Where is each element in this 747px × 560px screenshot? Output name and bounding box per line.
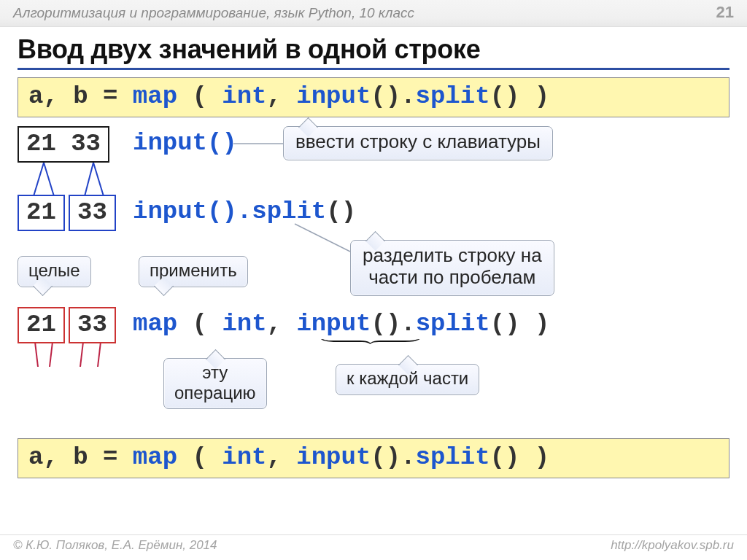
label-apply: применить xyxy=(139,256,248,287)
code-bottom-kw-int: int xyxy=(222,443,266,471)
code-bottom-mid1: ( xyxy=(177,443,222,471)
box-map-b: 33 xyxy=(69,307,116,343)
slide-footer: © К.Ю. Поляков, Е.А. Ерёмин, 2014 http:/… xyxy=(0,534,747,560)
slide-title: Ввод двух значений в одной строке xyxy=(18,34,729,70)
callout-input-desc: ввести строку с клавиатуры xyxy=(283,126,553,160)
code-bottom-suffix: () ) xyxy=(490,443,550,471)
box-split-a: 21 xyxy=(18,195,65,231)
box-input-raw: 21 33 xyxy=(18,126,109,163)
code-top-prefix: a, b = xyxy=(28,82,133,110)
code-bottom-kw-split: split xyxy=(416,443,490,471)
slide-content: Ввод двух значений в одной строке a, b =… xyxy=(0,27,747,479)
label-to-each: к каждой части xyxy=(336,364,479,395)
label-this-op: эту операцию xyxy=(163,358,267,409)
code-top-kw-input: input xyxy=(296,82,371,110)
footer-copyright: © К.Ю. Поляков, Е.А. Ерёмин, 2014 xyxy=(13,538,217,553)
svg-line-3 xyxy=(85,163,93,196)
box-map-a: 21 xyxy=(18,307,65,343)
code-top-kw-split: split xyxy=(416,82,490,110)
connector-lines xyxy=(18,126,729,479)
slide-header: Алгоритмизация и программирование, язык … xyxy=(0,0,747,27)
code-split-call: input().split() xyxy=(133,198,356,225)
callout-split-desc: разделить строку на части по пробелам xyxy=(350,240,554,296)
svg-line-4 xyxy=(93,163,104,196)
footer-url: http://kpolyakov.spb.ru xyxy=(611,538,734,553)
code-bottom-prefix: a, b = xyxy=(28,443,133,471)
box-split-b: 33 xyxy=(69,195,116,231)
underbrace-icon: ︸ xyxy=(318,343,362,361)
svg-line-2 xyxy=(44,163,54,196)
code-bottom: a, b = map ( int, input().split() ) xyxy=(18,438,729,478)
code-top-kw-map: map xyxy=(133,82,177,110)
code-bottom-mid3: (). xyxy=(371,443,415,471)
label-integers: целые xyxy=(18,256,91,287)
diagram-area: 21 33 input() ввести строку с клавиатуры… xyxy=(18,126,729,479)
code-bottom-kw-map: map xyxy=(133,443,177,471)
svg-line-9 xyxy=(98,342,101,367)
svg-line-8 xyxy=(80,342,83,367)
code-top: a, b = map ( int, input().split() ) xyxy=(18,77,729,117)
code-bottom-kw-input: input xyxy=(296,443,371,471)
code-top-mid3: (). xyxy=(371,82,415,110)
page-number: 21 xyxy=(716,3,734,22)
svg-line-7 xyxy=(50,342,53,367)
header-subject: Алгоритмизация и программирование, язык … xyxy=(13,5,414,21)
code-input-call: input() xyxy=(133,129,237,157)
code-top-suffix: () ) xyxy=(490,82,550,110)
svg-line-6 xyxy=(35,342,38,367)
code-top-mid2: , xyxy=(266,82,296,110)
code-top-mid1: ( xyxy=(177,82,222,110)
svg-line-1 xyxy=(34,163,44,196)
code-top-kw-int: int xyxy=(222,82,266,110)
svg-line-5 xyxy=(295,224,350,252)
code-bottom-mid2: , xyxy=(266,443,296,471)
